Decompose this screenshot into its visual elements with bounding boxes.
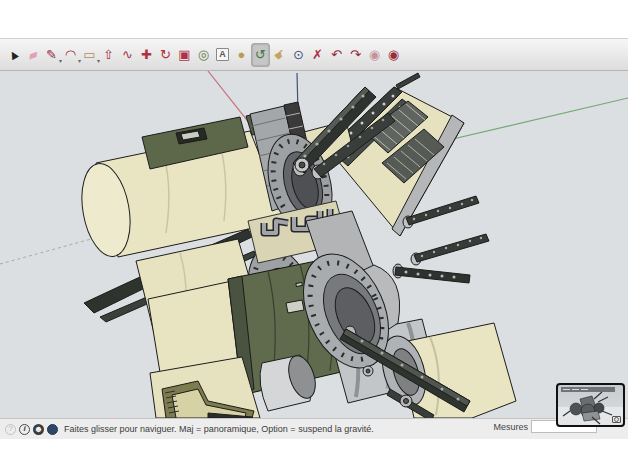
window-top-area: [0, 0, 628, 38]
statusbar-icons: ?i☻: [5, 424, 58, 435]
zoom-extents-tool-button[interactable]: ✗: [308, 43, 327, 67]
pan-tool-icon: ☛: [271, 46, 288, 63]
rectangle-tool-button[interactable]: ▭▾: [80, 43, 99, 67]
move-tool-button[interactable]: ✚: [137, 43, 156, 67]
preview-camera-icon[interactable]: [612, 416, 621, 423]
info-icon[interactable]: i: [19, 424, 30, 435]
model-3d: [75, 73, 516, 418]
followme-tool-button[interactable]: ∿: [118, 43, 137, 67]
select-tool-icon: ▲: [5, 46, 23, 64]
user-icon[interactable]: ☻: [33, 424, 44, 435]
eraser-tool-button[interactable]: ▰: [23, 43, 42, 67]
preview-window[interactable]: [556, 383, 625, 427]
viewport[interactable]: [0, 71, 628, 418]
arc-tool-icon: ◠: [65, 48, 76, 61]
paint-bucket-tool-icon: ●: [238, 48, 246, 61]
toolbar-tools: ▲▰✎▾◠▾▭▾⇧∿✚↻▣◎A●↺☛⊙✗↶↷◉◉: [4, 43, 403, 67]
zoom-tool-icon: ⊙: [293, 48, 304, 61]
pan-tool-button[interactable]: ☛: [270, 43, 289, 67]
viewport-canvas[interactable]: [0, 71, 628, 418]
window-bottom-area: [0, 439, 628, 472]
look-around-tool-icon: ◉: [388, 48, 399, 61]
position-camera-tool-button[interactable]: ◉: [365, 43, 384, 67]
rectangle-tool-icon: ▭: [83, 48, 95, 61]
zoom-tool-button[interactable]: ⊙: [289, 43, 308, 67]
move-tool-icon: ✚: [141, 48, 152, 61]
text-tool-button[interactable]: A: [213, 43, 232, 67]
zoom-extents-tool-icon: ✗: [312, 48, 323, 61]
arc-tool-button[interactable]: ◠▾: [61, 43, 80, 67]
orbit-tool-icon: ↺: [255, 48, 266, 61]
line-tool-button[interactable]: ✎▾: [42, 43, 61, 67]
line-tool-icon: ✎: [46, 48, 57, 61]
paint-bucket-tool-button[interactable]: ●: [232, 43, 251, 67]
scale-tool-icon: ▣: [178, 48, 190, 61]
eraser-tool-icon: ▰: [26, 47, 40, 63]
pushpull-tool-icon: ⇧: [103, 48, 114, 61]
help-icon[interactable]: ?: [5, 424, 16, 435]
statusbar-message: Faites glisser pour naviguer. Maj = pano…: [64, 424, 374, 434]
scale-tool-button[interactable]: ▣: [175, 43, 194, 67]
tape-measure-tool-icon: ◎: [198, 48, 209, 61]
position-camera-tool-icon: ◉: [369, 48, 380, 61]
orbit-tool-button[interactable]: ↺: [251, 43, 270, 67]
next-view-tool-button[interactable]: ↷: [346, 43, 365, 67]
next-view-tool-icon: ↷: [350, 48, 361, 61]
main-toolbar: ▲▰✎▾◠▾▭▾⇧∿✚↻▣◎A●↺☛⊙✗↶↷◉◉: [0, 38, 628, 71]
select-tool-button[interactable]: ▲: [4, 43, 23, 67]
tape-measure-tool-button[interactable]: ◎: [194, 43, 213, 67]
look-around-tool-button[interactable]: ◉: [384, 43, 403, 67]
followme-tool-icon: ∿: [122, 48, 133, 61]
previous-view-tool-icon: ↶: [331, 48, 342, 61]
text-tool-icon: A: [216, 48, 229, 61]
previous-view-tool-button[interactable]: ↶: [327, 43, 346, 67]
pushpull-tool-button[interactable]: ⇧: [99, 43, 118, 67]
measures-label: Mesures: [493, 422, 528, 432]
rotate-tool-icon: ↻: [160, 48, 171, 61]
rotate-tool-button[interactable]: ↻: [156, 43, 175, 67]
geolocation-icon[interactable]: [47, 424, 58, 435]
